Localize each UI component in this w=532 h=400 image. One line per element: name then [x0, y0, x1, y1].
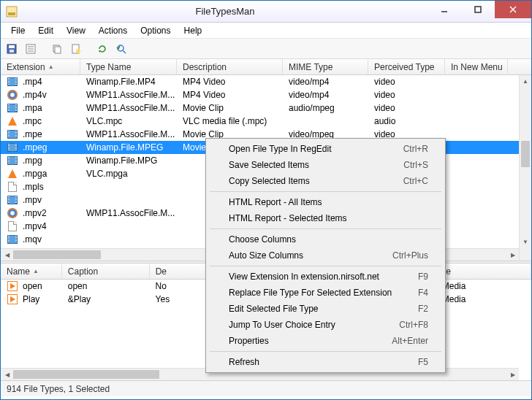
col-name[interactable]: Name▲	[1, 264, 62, 279]
cell-caption: &Play	[62, 293, 150, 305]
menu-item[interactable]: Auto Size ColumnsCtrl+Plus	[208, 247, 443, 264]
toolbar-copy-icon[interactable]	[49, 41, 65, 57]
toolbar-properties-icon[interactable]	[23, 41, 39, 57]
col-perceivedtype[interactable]: Perceived Type	[368, 59, 445, 74]
menu-item[interactable]: Edit Selected File TypeF2	[208, 301, 443, 317]
sort-asc-icon: ▲	[48, 64, 54, 70]
cell-extension: .mqv	[23, 234, 42, 245]
menu-item-label: Save Selected Items	[229, 160, 309, 170]
menu-separator	[210, 266, 441, 266]
scroll-left-icon[interactable]: ◀	[1, 249, 13, 261]
cell-perceived: video	[368, 89, 445, 101]
menu-item[interactable]: Copy Selected ItemsCtrl+C	[208, 173, 443, 189]
menu-file[interactable]: File	[5, 24, 31, 37]
cell-extension: .mp4v	[23, 90, 47, 100]
menu-item-shortcut: Alt+Enter	[392, 336, 428, 346]
menu-item[interactable]: Jump To User Choice EntryCtrl+F8	[208, 317, 443, 333]
table-row[interactable]: .mp4Winamp.File.MP4MP4 Videovideo/mp4vid…	[1, 75, 531, 88]
toolbar-find-icon[interactable]	[113, 41, 129, 57]
menu-item[interactable]: View Extension In extension.nirsoft.netF…	[208, 269, 443, 285]
scroll-thumb-h[interactable]	[13, 370, 159, 379]
cell-newmenu	[445, 147, 508, 148]
cell-extension: .mpc	[23, 116, 42, 126]
status-text: 914 File Types, 1 Selected	[7, 384, 110, 394]
col-innewmenu[interactable]: In New Menu	[445, 59, 508, 74]
menu-view[interactable]: View	[61, 24, 91, 37]
cell-newmenu	[445, 81, 508, 82]
col-extension[interactable]: Extension▲	[1, 59, 80, 74]
toolbar	[1, 39, 531, 59]
scroll-thumb[interactable]	[521, 141, 530, 167]
cell-newmenu	[445, 199, 508, 201]
menu-item[interactable]: Replace File Type For Selected Extension…	[208, 285, 443, 301]
cell-extension: .mpv	[23, 195, 42, 205]
menu-item[interactable]: HTML Report - All Items	[208, 194, 443, 210]
menu-item[interactable]: PropertiesAlt+Enter	[208, 333, 443, 349]
table-row[interactable]: .mp4vWMP11.AssocFile.M...MP4 Videovideo/…	[1, 88, 531, 101]
toolbar-save-icon[interactable]	[4, 41, 20, 57]
menu-item-label: HTML Report - Selected Items	[229, 213, 347, 223]
svg-rect-8	[10, 50, 14, 53]
menu-separator	[210, 191, 441, 192]
col-mimetype[interactable]: MIME Type	[283, 59, 368, 74]
menu-separator	[210, 228, 441, 229]
cell-typename: WMP11.AssocFile.M...	[80, 102, 177, 114]
menu-item[interactable]: HTML Report - Selected Items	[208, 210, 443, 226]
scroll-left-icon[interactable]: ◀	[1, 369, 13, 380]
cell-description: VLC media file (.mpc)	[177, 115, 283, 127]
cell-newmenu	[445, 160, 508, 161]
titlebar[interactable]: FileTypesMan	[1, 1, 531, 23]
menu-item-label: Edit Selected File Type	[229, 304, 319, 314]
menu-item-shortcut: Ctrl+S	[403, 160, 428, 170]
cell-caption: open	[62, 280, 150, 292]
close-button[interactable]	[495, 1, 531, 18]
menu-item-shortcut: Ctrl+R	[403, 144, 428, 154]
table-row[interactable]: .mpcVLC.mpcVLC media file (.mpc)audio	[1, 115, 531, 128]
menu-help[interactable]: Help	[178, 24, 208, 37]
menu-item-label: Refresh	[229, 357, 259, 367]
menu-item-label: Open File Type In RegEdit	[229, 144, 332, 154]
table-row[interactable]: .mpaWMP11.AssocFile.M...Movie Clipaudio/…	[1, 101, 531, 115]
cell-newmenu	[445, 107, 508, 109]
menu-item[interactable]: Open File Type In RegEditCtrl+R	[208, 141, 443, 157]
menu-actions[interactable]: Actions	[93, 24, 133, 37]
col-caption[interactable]: Caption	[62, 264, 150, 279]
scroll-right-icon[interactable]: ▶	[506, 249, 519, 261]
cell-description: Movie Clip	[177, 102, 283, 114]
vlc-icon	[8, 117, 17, 126]
wmp-icon	[7, 208, 18, 218]
maximize-button[interactable]	[461, 1, 495, 18]
toolbar-refresh-icon[interactable]	[94, 41, 110, 57]
menu-item[interactable]: RefreshF5	[208, 354, 443, 370]
scroll-up-icon[interactable]: ▲	[520, 75, 531, 88]
wmp-icon	[7, 90, 18, 100]
scroll-right-icon[interactable]: ▶	[506, 369, 519, 380]
cell-perceived: video	[368, 102, 445, 114]
menu-item[interactable]: Save Selected ItemsCtrl+S	[208, 157, 443, 173]
menu-item-label: Properties	[229, 336, 269, 346]
context-menu[interactable]: Open File Type In RegEditCtrl+RSave Sele…	[205, 138, 446, 373]
toolbar-new-icon[interactable]	[68, 41, 84, 57]
cell-extension: .mpeg	[23, 142, 47, 153]
menu-options[interactable]: Options	[134, 24, 176, 37]
play-icon	[7, 294, 18, 304]
col-typename[interactable]: Type Name	[80, 59, 177, 74]
cell-extension: .mpv4	[23, 221, 47, 231]
scroll-down-icon[interactable]: ▼	[520, 236, 531, 248]
cell-newmenu	[445, 239, 508, 240]
cell-typename	[80, 186, 177, 188]
col-description[interactable]: Description	[177, 59, 283, 74]
cell-typename	[80, 226, 177, 227]
vertical-scrollbar[interactable]: ▲ ▼	[519, 75, 531, 261]
menu-item-label: Choose Columns	[229, 234, 296, 245]
menu-edit[interactable]: Edit	[32, 24, 59, 37]
minimize-button[interactable]	[428, 1, 461, 18]
sort-asc-icon: ▲	[33, 268, 39, 274]
menu-item-shortcut: F4	[418, 288, 428, 298]
menu-item[interactable]: Choose Columns	[208, 231, 443, 247]
menu-item-label: HTML Report - All Items	[229, 197, 322, 207]
scroll-thumb-h[interactable]	[13, 250, 101, 259]
app-icon	[1, 1, 23, 23]
cell-description: MP4 Video	[177, 76, 283, 88]
cell-typename: Winamp.File.MPEG	[80, 142, 177, 153]
